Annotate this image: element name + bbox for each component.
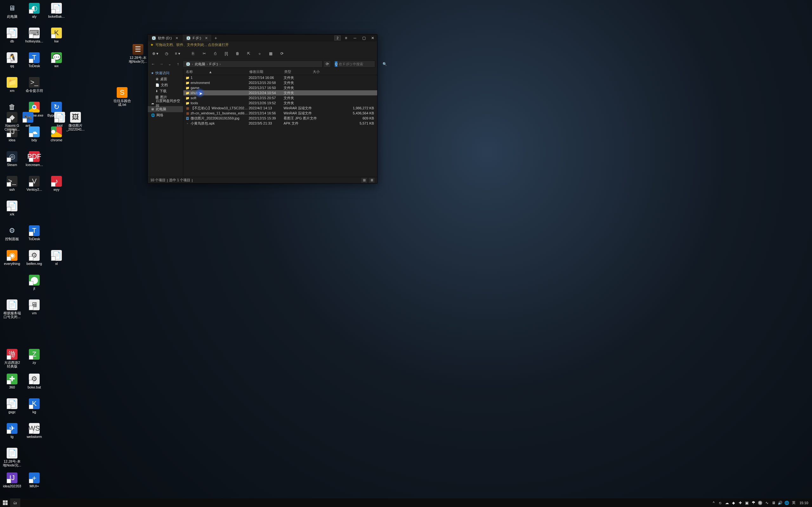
new-item-button[interactable]: ⊕ ▾ [150, 49, 161, 58]
desktop-icon-kg[interactable]: Kkg [23, 397, 45, 422]
drive-icon[interactable]: 💽 [184, 62, 192, 66]
desktop-icon-gsgc[interactable]: 📄gsgc [1, 397, 23, 422]
desktop-icon-此电脑[interactable]: 🖥此电脑 [1, 2, 23, 26]
menu-button[interactable]: ≡ [342, 35, 351, 42]
desktop-icon-12.28号-本-地Node完...[interactable]: ☰12.28号-本 地Node完... [127, 43, 149, 67]
tab-close-icon[interactable]: ✕ [205, 36, 208, 40]
tray-icon-6[interactable]: 🌩 [750, 498, 757, 507]
desktop-icon-zy[interactable]: Zzy [23, 348, 45, 372]
refresh-button[interactable]: ⟳ [276, 49, 287, 58]
tray-icon-2[interactable]: ☁ [723, 498, 730, 507]
file-row[interactable]: 🖼微信图片_20220616191559.jpg2022/12/15 15:39… [183, 116, 377, 121]
tab-close-icon[interactable]: ✕ [175, 36, 178, 40]
file-row[interactable]: 📁shutcut2022/12/24 10:54文件夹 [183, 90, 377, 95]
close-button[interactable]: ✕ [368, 35, 377, 42]
desktop-icon-大话西游2-经典版[interactable]: 游大话西游2 经典版 [1, 348, 23, 372]
crumb-drive-f[interactable]: F (F:) [208, 62, 219, 66]
file-row[interactable]: ▦zh-cn_windows_11_business_editions_vers… [183, 111, 377, 116]
desktop-icon-aly[interactable]: ◐aly [23, 2, 45, 26]
desktop-icon-xl[interactable]: 📄xl [45, 249, 67, 274]
copy-button[interactable]: ⎘ [188, 49, 199, 58]
explorer-tab[interactable]: 💽F (F:)✕ [183, 35, 212, 42]
desktop-icon-ssh[interactable]: >_ssh [1, 175, 23, 199]
column-type[interactable]: 类型 [282, 69, 310, 74]
search-box[interactable]: Q 🔍 [334, 60, 375, 67]
desktop-icon-xrk[interactable]: 📄xrk [1, 199, 23, 224]
sidebar-item-百度网盘同步空间[interactable]: ☁百度网盘同步空间 [148, 100, 183, 106]
tray-icon-7[interactable]: 🔘 [757, 498, 763, 507]
ime-language[interactable]: 英 [790, 500, 798, 505]
crumb-this-pc[interactable]: 此电脑 [193, 62, 207, 66]
file-row[interactable]: 📁soft2022/12/15 20:57文件夹 [183, 95, 377, 101]
column-date[interactable]: 修改日期 [247, 69, 282, 74]
desktop-icon-tg[interactable]: ✈tg [1, 422, 23, 447]
tray-icon-1[interactable]: ⎋ [717, 498, 723, 507]
desktop-icon-beifen.reg[interactable]: ⚙beifen.reg [23, 249, 45, 274]
up-button[interactable]: ↑ [174, 60, 182, 67]
breadcrumb[interactable]: 💽 › 此电脑 › F (F:) › [183, 60, 322, 67]
taskbar-app-file-explorer[interactable]: 🗂 [10, 498, 20, 507]
file-row[interactable]: 📁12022/7/14 16:06文件夹 [183, 75, 377, 80]
ime-globe-icon[interactable]: 🌐 [783, 498, 790, 507]
desktop-icon-ToDesk[interactable]: TToDesk [23, 51, 45, 76]
desktop-icon-wx[interactable]: 💬wx [45, 51, 67, 76]
rename-button[interactable]: [I] [221, 49, 232, 58]
recent-button[interactable]: ⌄ [166, 60, 173, 67]
desktop-icon-微信图片-_2022041...[interactable]: 🖼微信图片 _2022041... [64, 111, 87, 135]
cut-button[interactable]: ✂ [199, 49, 210, 58]
desktop-icon-db[interactable]: 📄db [1, 26, 23, 51]
file-row[interactable]: 📁environment2022/12/15 20:58文件夹 [183, 80, 377, 85]
forward-button[interactable]: → [158, 60, 165, 67]
sidebar-item-下载[interactable]: ⬇下载 [148, 88, 183, 94]
tray-icon-5[interactable]: ▣ [744, 498, 750, 507]
desktop-icon-ant[interactable]: 🐜ant [17, 111, 39, 135]
desktop-icon-Steam[interactable]: ◎Steam [1, 150, 23, 175]
desktop-icon-360[interactable]: ✚360 [1, 372, 23, 397]
desktop-icon-12.28号-本-地Node完...[interactable]: 📄12.28号-本 地Node完... [1, 447, 23, 471]
desktop-icon-vm[interactable]: 🖥vm [23, 298, 45, 323]
desktop-icon-qq[interactable]: 🐧qq [1, 51, 23, 76]
view-details-button[interactable]: ⊞ [361, 178, 367, 183]
desktop-icon-wyy[interactable]: ♪wyy [45, 175, 67, 199]
explorer-tab[interactable]: 💽软件 (D:)✕ [148, 35, 183, 42]
back-button[interactable]: ← [150, 60, 157, 67]
column-size[interactable]: 大小 [310, 69, 377, 74]
sidebar-item-网络[interactable]: 🌐网络 [148, 112, 183, 118]
desktop-icon-根据服务端-口号关闭...[interactable]: 📄根据服务端 口号关闭... [1, 298, 23, 323]
clock[interactable]: 15:10 [798, 501, 810, 505]
quick-drop-hint[interactable]: ★ 可拖动文档、软件、文件夹到此，点击快速打开 [148, 42, 377, 48]
sidebar-item-快速访问[interactable]: ★快速访问 [148, 70, 183, 76]
desktop-icon-控制面板[interactable]: ⚙控制面板 [1, 224, 23, 249]
tray-icon-4[interactable]: ✚ [737, 498, 744, 507]
desktop-icon-MIUI+[interactable]: ＋MIUI+ [23, 471, 45, 496]
desktop-icon-boke.bat[interactable]: ⚙boke.bat [23, 372, 45, 397]
file-row[interactable]: 📁tools2022/12/26 19:52文件夹 [183, 101, 377, 106]
paste-button[interactable]: ⎙ [210, 49, 221, 58]
tray-icon-8[interactable]: ∿ [763, 498, 770, 507]
address-refresh-button[interactable]: ⟳ [324, 60, 331, 67]
view-list-button[interactable]: ≣ [369, 178, 374, 183]
desktop-icon-webstorm[interactable]: WSwebstorm [23, 422, 45, 447]
desktop-icon-bokeBak...[interactable]: 📄bokeBak... [45, 2, 67, 26]
pin-button[interactable]: ⇱ [243, 49, 254, 58]
file-row[interactable]: 📁game2022/12/17 16:50文件夹 [183, 85, 377, 90]
tray-icon-10[interactable]: 🔊 [777, 498, 783, 507]
desktop-icon-Ventoy2...[interactable]: VVentoy2... [23, 175, 45, 199]
sidebar-item-桌面[interactable]: 🖥桌面 [148, 76, 183, 82]
desktop-icon-xm[interactable]: 📁xm [1, 76, 23, 101]
delete-button[interactable]: 🗑 [232, 49, 243, 58]
desktop-icon-hotkeysta...[interactable]: ⌨hotkeysta... [23, 26, 45, 51]
minimize-button[interactable]: ─ [351, 35, 359, 42]
search-input[interactable] [339, 62, 383, 66]
desktop-icon-Icecream...[interactable]: PDFIcecream... [23, 150, 45, 175]
desktop-icon-jt[interactable]: ⬤jt [23, 274, 45, 298]
desktop-icon-ToDesk[interactable]: TToDesk [23, 224, 45, 249]
desktop-icon-kw[interactable]: Kkw [45, 26, 67, 51]
new-tab-button[interactable]: + [212, 35, 219, 42]
history-button[interactable]: ◷ [161, 49, 172, 58]
tray-icon-0[interactable]: ^ [710, 498, 717, 507]
sort-button[interactable]: ≡ ▾ [172, 49, 183, 58]
desktop-icon-命令提示符[interactable]: >_命令提示符 [23, 76, 45, 101]
archive-button[interactable]: ▦ [265, 49, 276, 58]
desktop-icon-everything[interactable]: ◉everything [1, 249, 23, 274]
